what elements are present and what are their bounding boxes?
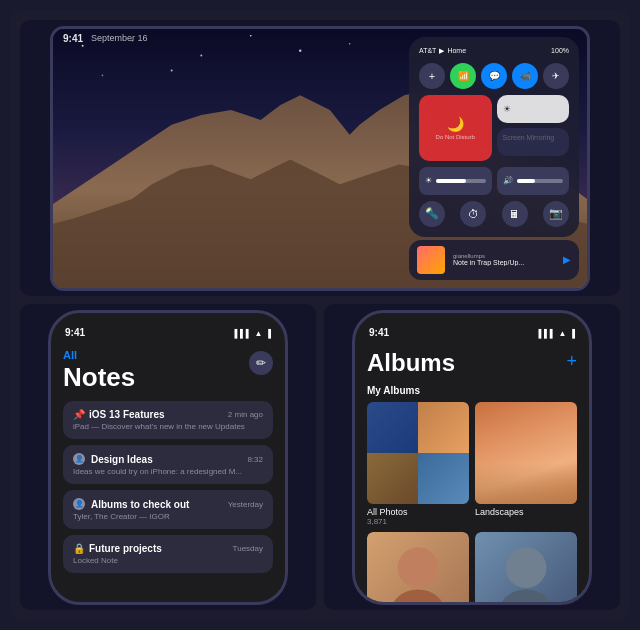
ipad-wallpaper: 9:41 September 16 AT&T ▶ Home 100% + bbox=[53, 29, 587, 288]
all-photos-name: All Photos bbox=[367, 507, 469, 517]
cc-add-button[interactable]: + bbox=[419, 63, 445, 89]
landscapes-name: Landscapes bbox=[475, 507, 577, 517]
cc-status-bar: AT&T ▶ Home 100% bbox=[419, 47, 569, 55]
note-item-ios13[interactable]: 📌 iOS 13 Features 2 min ago iPad — Disco… bbox=[63, 401, 273, 439]
album-item-person1[interactable] bbox=[367, 532, 469, 602]
albums-people-row bbox=[367, 532, 577, 602]
svg-point-1 bbox=[82, 44, 84, 46]
cc-airplane-button[interactable]: ✈ bbox=[543, 63, 569, 89]
battery-icon: ▐ bbox=[265, 329, 271, 338]
cc-camera-button[interactable]: 📷 bbox=[543, 201, 569, 227]
note-subtitle-ios13: iPad — Discover what's new in the new Up… bbox=[73, 422, 263, 431]
cc-dnd-tile[interactable]: 🌙 Do Not Disturb bbox=[419, 95, 492, 161]
album-item-all-photos[interactable]: All Photos 3,871 bbox=[367, 402, 469, 526]
albums-app-title: Albums bbox=[367, 349, 577, 377]
notes-status-icons: ▌▌▌ ▲ ▐ bbox=[234, 329, 271, 338]
iphone-albums-frame: 9:41 ▌▌▌ ▲ ▐ Albums + My Albums bbox=[352, 310, 592, 605]
cc-carrier: AT&T bbox=[419, 47, 436, 54]
ipad-frame: 9:41 September 16 AT&T ▶ Home 100% + bbox=[50, 26, 590, 291]
notes-filter-tag[interactable]: All bbox=[63, 349, 273, 361]
note-title-design: Design Ideas bbox=[91, 454, 153, 465]
main-container: 9:41 September 16 AT&T ▶ Home 100% + bbox=[10, 10, 630, 620]
svg-point-7 bbox=[102, 74, 104, 76]
cc-screen-mirror-tile[interactable]: Screen Mirroring bbox=[497, 128, 570, 156]
cc-facetime-button[interactable]: 📹 bbox=[512, 63, 538, 89]
iphone-notch-left bbox=[128, 313, 208, 335]
control-center: AT&T ▶ Home 100% + 📶 💬 bbox=[409, 37, 579, 237]
iphone-albums-section: 9:41 ▌▌▌ ▲ ▐ Albums + My Albums bbox=[324, 304, 620, 610]
music-title: Note in Trap Step/Up... bbox=[453, 259, 555, 266]
cc-night-shift-tile[interactable]: ☀ bbox=[497, 95, 570, 123]
note-time-ios13: 2 min ago bbox=[228, 410, 263, 419]
landscapes-thumb bbox=[475, 402, 577, 504]
note-subtitle-future: Locked Note bbox=[73, 556, 263, 565]
music-widget[interactable]: gianellumps Note in Trap Step/Up... ▶ bbox=[409, 240, 579, 280]
notes-content: All Notes ✏ 📌 iOS 13 Features 2 min ago … bbox=[51, 341, 285, 602]
notes-compose-button[interactable]: ✏ bbox=[249, 351, 273, 375]
note-item-future[interactable]: 🔒 Future projects Tuesday Locked Note bbox=[63, 535, 273, 573]
albums-content: Albums + My Albums bbox=[355, 341, 589, 602]
iphone-notes-frame: 9:41 ▌▌▌ ▲ ▐ All Notes ✏ bbox=[48, 310, 288, 605]
svg-point-14 bbox=[498, 589, 554, 602]
albums-add-button[interactable]: + bbox=[566, 351, 577, 372]
signal-icon: ▌▌▌ bbox=[234, 329, 251, 338]
ipad-date: September 16 bbox=[91, 33, 148, 43]
music-play-button[interactable]: ▶ bbox=[563, 254, 571, 265]
note-person-icon-design: 👤 bbox=[73, 453, 85, 465]
note-time-design: 8:32 bbox=[247, 455, 263, 464]
albums-grid: All Photos 3,871 Landscapes bbox=[367, 402, 577, 526]
ipad-section: 9:41 September 16 AT&T ▶ Home 100% + bbox=[20, 20, 620, 296]
person2-thumb bbox=[475, 532, 577, 602]
cc-battery: 100% bbox=[551, 47, 569, 54]
cc-volume-slider[interactable]: 🔊 bbox=[497, 167, 570, 195]
albums-status-time: 9:41 bbox=[369, 327, 389, 338]
album-item-landscapes[interactable]: Landscapes bbox=[475, 402, 577, 526]
note-title-future: Future projects bbox=[89, 543, 162, 554]
cc-bottom-row: 🔦 ⏱ 🖩 📷 bbox=[419, 201, 569, 227]
note-subtitle-design: Ideas we could try on iPhone: a redesign… bbox=[73, 467, 263, 476]
lock-icon: 🔒 bbox=[73, 543, 85, 554]
all-photos-thumb bbox=[367, 402, 469, 504]
cc-calc-button[interactable]: 🖩 bbox=[502, 201, 528, 227]
svg-point-11 bbox=[398, 547, 439, 588]
ipad-time: 9:41 bbox=[63, 33, 83, 44]
albums-battery-icon: ▐ bbox=[569, 329, 575, 338]
note-title-albums: Albums to check out bbox=[91, 499, 189, 510]
pin-icon: 📌 bbox=[73, 409, 85, 420]
cc-brightness-slider[interactable]: ☀ bbox=[419, 167, 492, 195]
svg-point-3 bbox=[200, 54, 202, 56]
cc-torch-button[interactable]: 🔦 bbox=[419, 201, 445, 227]
note-subtitle-albums: Tyler, The Creator — IGOR bbox=[73, 512, 263, 521]
cc-network: Home bbox=[447, 47, 466, 54]
albums-status-icons: ▌▌▌ ▲ ▐ bbox=[538, 329, 575, 338]
cc-sliders: ☀ 🔊 bbox=[419, 167, 569, 195]
note-person-icon-albums: 👤 bbox=[73, 498, 85, 510]
photo-tile-1 bbox=[367, 402, 418, 453]
photo-tile-4 bbox=[418, 453, 469, 504]
albums-wifi-icon: ▲ bbox=[558, 329, 566, 338]
cc-timer-button[interactable]: ⏱ bbox=[460, 201, 486, 227]
svg-point-5 bbox=[299, 49, 301, 51]
album-item-person2[interactable] bbox=[475, 532, 577, 602]
music-info: gianellumps Note in Trap Step/Up... bbox=[453, 253, 555, 266]
notes-app-title: Notes bbox=[63, 363, 273, 392]
cc-top-row: + 📶 💬 📹 ✈ bbox=[419, 63, 569, 89]
svg-point-13 bbox=[506, 547, 547, 588]
note-item-albums[interactable]: 👤 Albums to check out Yesterday Tyler, T… bbox=[63, 490, 273, 529]
svg-point-8 bbox=[171, 69, 173, 71]
bottom-section: 9:41 ▌▌▌ ▲ ▐ All Notes ✏ bbox=[20, 304, 620, 610]
note-time-future: Tuesday bbox=[233, 544, 263, 553]
photo-tile-3 bbox=[367, 453, 418, 504]
cc-wifi-button[interactable]: 📶 bbox=[450, 63, 476, 89]
note-time-albums: Yesterday bbox=[228, 500, 263, 509]
notes-status-time: 9:41 bbox=[65, 327, 85, 338]
iphone-notch-right bbox=[432, 313, 512, 335]
note-item-design[interactable]: 👤 Design Ideas 8:32 Ideas we could try o… bbox=[63, 445, 273, 484]
person1-thumb bbox=[367, 532, 469, 602]
svg-point-12 bbox=[390, 589, 446, 602]
cc-messages-button[interactable]: 💬 bbox=[481, 63, 507, 89]
music-album-art bbox=[417, 246, 445, 274]
iphone-notes-section: 9:41 ▌▌▌ ▲ ▐ All Notes ✏ bbox=[20, 304, 316, 610]
wifi-icon: ▲ bbox=[254, 329, 262, 338]
albums-signal-icon: ▌▌▌ bbox=[538, 329, 555, 338]
